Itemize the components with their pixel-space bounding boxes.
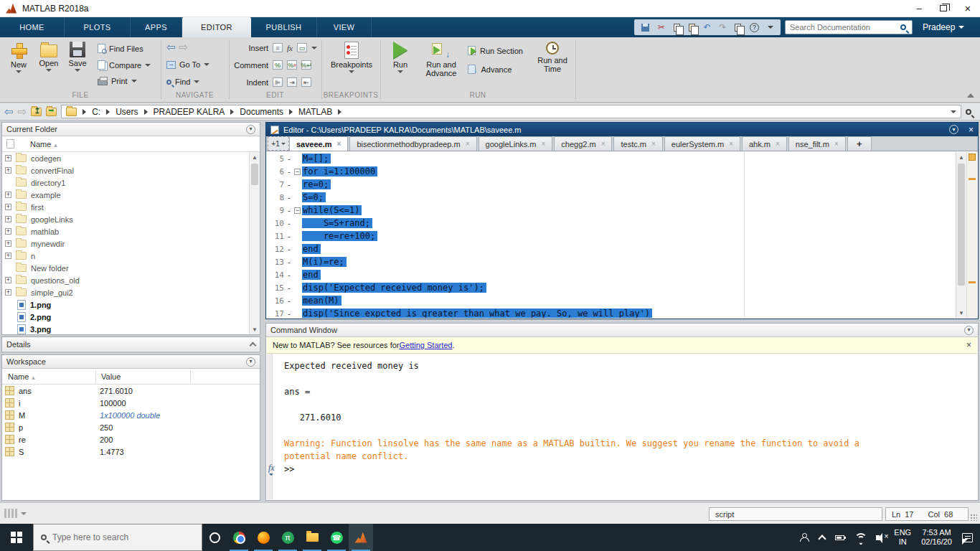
close-tab-icon[interactable] [651, 141, 656, 148]
comment-icon[interactable]: % [273, 60, 283, 70]
whatsapp-button[interactable]: ☎ [324, 524, 349, 551]
tab-plots[interactable]: PLOTS [65, 17, 131, 37]
code-line[interactable]: 8S=0; [267, 191, 326, 204]
warning-tick[interactable] [969, 178, 976, 180]
code-line[interactable]: 6for i=1:100000 [267, 165, 377, 178]
tab-editor[interactable]: EDITOR [182, 17, 251, 37]
code-fold-icon[interactable] [294, 207, 301, 214]
variable-row[interactable]: re200 [2, 433, 260, 446]
volume-muted-icon[interactable] [876, 535, 880, 540]
matlab-taskbar-button[interactable] [349, 524, 373, 551]
copy-icon[interactable] [674, 24, 680, 32]
file-explorer-button[interactable] [300, 524, 324, 551]
firefox-button[interactable] [251, 524, 275, 551]
new-button[interactable]: New [4, 42, 33, 73]
breadcrumb-segment[interactable]: Users [116, 107, 138, 117]
smart-indent-icon[interactable]: ⊫ [273, 77, 283, 87]
breadcrumb-segment[interactable]: Documents [240, 107, 283, 117]
redo-icon[interactable]: ↷ [719, 23, 726, 32]
variable-row[interactable]: p250 [2, 421, 260, 433]
nav-back-icon[interactable]: ⇦ [4, 106, 14, 117]
code-text[interactable]: re=0; [302, 179, 331, 189]
scroll-down-icon[interactable]: ▼ [250, 324, 260, 334]
code-fold-icon[interactable] [294, 169, 301, 175]
new-tab-button[interactable]: + [847, 136, 872, 151]
people-icon[interactable] [799, 533, 809, 542]
scrollbar-thumb[interactable] [958, 164, 965, 286]
workspace-list[interactable]: ans271.6010 i100000 M1x100000 double p25… [2, 385, 260, 500]
show-hidden-icons-icon[interactable] [819, 534, 826, 542]
panel-menu-icon[interactable] [246, 125, 255, 134]
list-item[interactable]: n [2, 250, 238, 262]
back-button[interactable]: ⇦⇨ [166, 42, 188, 52]
list-item[interactable]: convertFinal [2, 164, 238, 176]
breadcrumb-dropdown-icon[interactable] [951, 110, 956, 113]
workspace-column-header[interactable]: Name Value [2, 369, 260, 385]
find-button[interactable]: Find [166, 77, 199, 86]
cut-icon[interactable]: ✂ [658, 23, 665, 32]
code-text[interactable]: M(i)=re; [302, 257, 347, 267]
tab-view[interactable]: VIEW [317, 17, 372, 37]
close-tab-icon[interactable] [466, 141, 470, 148]
code-editor[interactable]: 5M=[]; 6for i=1:100000 7re=0; 8S=0; 9whi… [267, 152, 956, 318]
paste-icon[interactable] [689, 24, 695, 32]
up-one-level-icon[interactable] [31, 108, 42, 116]
editor-message-strip[interactable] [966, 152, 977, 318]
expand-icon[interactable] [5, 216, 11, 222]
help-icon[interactable]: ? [750, 23, 759, 32]
run-section-button[interactable]: Run Section [468, 46, 523, 55]
browse-folder-icon[interactable] [46, 108, 57, 116]
code-line[interactable]: 14end [267, 268, 321, 281]
current-folder-scrollbar[interactable]: ▲ ▼ [249, 152, 260, 334]
collapse-icon[interactable] [250, 342, 257, 349]
code-line[interactable]: 7re=0; [267, 178, 331, 191]
restore-button[interactable] [931, 0, 956, 17]
close-tab-icon[interactable] [729, 141, 733, 148]
current-folder-column-header[interactable]: Name [2, 136, 260, 152]
name-column-header[interactable]: Name [8, 372, 35, 381]
list-item[interactable]: New folder [2, 262, 238, 274]
list-item[interactable]: simple_gui2 [2, 286, 238, 298]
code-line[interactable]: 10 S=S+rand; [267, 217, 372, 230]
code-text[interactable]: re=re+100; [302, 231, 377, 241]
close-editor-icon[interactable]: × [969, 125, 974, 135]
current-folder-header[interactable]: Current Folder [2, 123, 260, 136]
expand-icon[interactable] [5, 192, 11, 198]
print-button[interactable]: Print [98, 77, 137, 85]
insert-function-icon[interactable]: ▭ [297, 43, 307, 52]
code-text[interactable]: while(S<=1) [302, 205, 362, 215]
value-column-header[interactable]: Value [101, 372, 121, 381]
layout-widget-icon[interactable] [4, 509, 27, 518]
language-indicator[interactable]: ENGIN [894, 528, 911, 547]
close-tab-icon[interactable] [601, 141, 606, 148]
editor-titlebar[interactable]: Editor - C:\Users\PRADEEP KALRA\Document… [266, 123, 978, 136]
tab-publish[interactable]: PUBLISH [251, 17, 317, 37]
column-divider[interactable] [190, 370, 191, 382]
current-folder-list[interactable]: codegen convertFinal directory1 example … [2, 152, 249, 334]
open-button[interactable]: Open [34, 42, 63, 72]
taskbar-search[interactable] [33, 524, 202, 551]
close-tab-icon[interactable] [337, 141, 341, 148]
breadcrumb-segment[interactable]: PRADEEP KALRA [154, 107, 225, 117]
taskbar-search-input[interactable] [52, 532, 194, 542]
command-prompt[interactable]: >> [284, 463, 294, 476]
run-and-advance-button[interactable]: ↓Run and Advance [420, 42, 462, 77]
editor-tab[interactable]: chegg2.m [554, 136, 612, 151]
resize-grip[interactable] [970, 514, 977, 521]
new-window-icon[interactable] [735, 24, 741, 32]
search-documentation-input[interactable] [786, 23, 900, 32]
code-text[interactable]: M=[]; [302, 154, 331, 164]
uncomment-icon[interactable]: %x [287, 60, 297, 70]
indent-left-icon[interactable]: ⇤ [301, 77, 311, 87]
tab-apps[interactable]: APPS [131, 17, 182, 37]
scroll-up-icon[interactable]: ▲ [250, 152, 260, 162]
code-text[interactable]: mean(M) [302, 296, 341, 306]
wifi-icon[interactable] [854, 533, 866, 542]
editor-tab[interactable]: nse_filt.m [788, 136, 846, 151]
list-item[interactable]: googleLinks [2, 213, 238, 225]
run-button[interactable]: Run [386, 42, 415, 73]
close-button[interactable]: × [956, 0, 980, 17]
variable-row[interactable]: i100000 [2, 397, 260, 409]
documentation-search[interactable] [785, 20, 913, 34]
expand-icon[interactable] [5, 204, 11, 210]
